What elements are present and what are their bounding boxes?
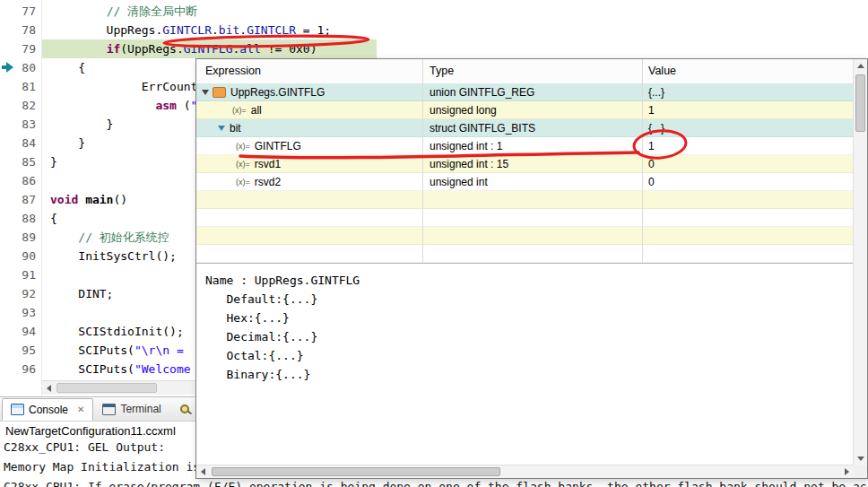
scrollbar-thumb[interactable] bbox=[212, 467, 500, 476]
code-line-94[interactable]: SCIStdioInit(); bbox=[50, 322, 184, 341]
code-line-88[interactable]: { bbox=[50, 209, 57, 228]
expression-type: unsigned int : 15 bbox=[430, 158, 508, 170]
scrollbar-thumb[interactable] bbox=[56, 383, 157, 393]
tab-console[interactable]: Console✕ bbox=[2, 398, 93, 421]
code-line-96[interactable]: SCIPuts("Welcome bbox=[50, 360, 191, 378]
detail-line: Binary:{...} bbox=[205, 365, 854, 384]
scroll-left-button[interactable] bbox=[41, 381, 56, 395]
code-token: "Welcome bbox=[135, 362, 191, 376]
line-number[interactable]: 91 bbox=[0, 265, 36, 284]
code-line-77[interactable]: // 清除全局中断 bbox=[50, 2, 197, 21]
expression-name: all bbox=[251, 104, 262, 117]
code-token: } bbox=[50, 136, 85, 150]
line-number[interactable]: 83 bbox=[0, 115, 36, 134]
line-number[interactable]: 94 bbox=[0, 322, 36, 341]
code-token: asm bbox=[155, 99, 176, 112]
code-line-87[interactable]: void main() bbox=[50, 190, 127, 209]
detail-line: Default:{...} bbox=[205, 290, 854, 309]
popup-vertical-scrollbar[interactable] bbox=[853, 59, 867, 465]
code-token: UppRegs. bbox=[50, 23, 162, 37]
line-number[interactable]: 96 bbox=[0, 360, 36, 378]
console-output-line: C28xx_CPU1: If erase/program (F/E) opera… bbox=[4, 480, 868, 487]
line-number[interactable]: 92 bbox=[0, 284, 36, 303]
expression-row-uppregs-gintflg[interactable]: UppRegs.GINTFLGunion GINTFLG_REG{...} bbox=[196, 83, 854, 101]
expressions-table[interactable]: UppRegs.GINTFLGunion GINTFLG_REG{...}(x)… bbox=[196, 83, 854, 263]
line-number[interactable]: 84 bbox=[0, 134, 36, 152]
code-token: } bbox=[50, 155, 57, 169]
close-icon[interactable]: ✕ bbox=[77, 404, 84, 414]
expression-row-gintflg[interactable]: (x)=GINTFLGunsigned int : 11 bbox=[196, 137, 854, 155]
column-header-value: Value bbox=[648, 59, 676, 83]
line-number[interactable]: 86 bbox=[0, 171, 36, 190]
scroll-up-button[interactable] bbox=[854, 59, 867, 73]
variable-icon: (x)= bbox=[232, 106, 247, 115]
line-number[interactable]: 85 bbox=[0, 152, 36, 171]
line-number[interactable]: 89 bbox=[0, 228, 36, 247]
code-line-83[interactable]: } bbox=[50, 115, 113, 134]
expression-type: struct GINTFLG_BITS bbox=[430, 122, 535, 135]
expression-row-rsvd2[interactable]: (x)=rsvd2unsigned int0 bbox=[196, 173, 854, 191]
code-token: SCIPuts( bbox=[50, 344, 135, 357]
expression-value: 0 bbox=[648, 176, 655, 188]
line-number[interactable]: 93 bbox=[0, 303, 36, 322]
expression-row-rsvd1[interactable]: (x)=rsvd1unsigned int : 150 bbox=[196, 155, 854, 173]
expression-name: bit bbox=[230, 122, 241, 135]
code-line-85[interactable]: } bbox=[50, 152, 57, 171]
scroll-down-button[interactable] bbox=[854, 452, 867, 465]
code-token bbox=[50, 4, 107, 18]
expression-type: unsigned int bbox=[430, 176, 488, 188]
code-line-90[interactable]: InitSysCtrl(); bbox=[50, 247, 177, 265]
code-line-92[interactable]: DINT; bbox=[50, 284, 113, 303]
code-token: != 0x0) bbox=[261, 42, 317, 56]
code-line-81[interactable]: ErrCount bbox=[50, 77, 197, 96]
console-target-config-label: NewTargetConfiguration11.ccxml bbox=[5, 424, 176, 438]
code-token: ( bbox=[177, 99, 191, 112]
expand-arrow-icon[interactable] bbox=[218, 126, 225, 131]
code-token: . bbox=[239, 23, 247, 37]
expressions-table-header: Expression Type Value bbox=[196, 59, 854, 84]
code-token: SCIPuts( bbox=[50, 362, 135, 376]
code-token: { bbox=[50, 212, 57, 225]
line-number[interactable]: 95 bbox=[0, 341, 36, 360]
detail-line: Hex:{...} bbox=[205, 309, 854, 327]
line-number[interactable]: 88 bbox=[0, 209, 36, 228]
popup-horizontal-scrollbar[interactable] bbox=[196, 465, 854, 478]
detail-line: Decimal:{...} bbox=[205, 327, 854, 346]
code-line-79[interactable]: if(UppRegs.GINTFLG.all != 0x0) bbox=[50, 39, 317, 58]
code-line-82[interactable]: asm (" bbox=[50, 96, 197, 115]
scrollbar-corner bbox=[854, 465, 867, 478]
variable-icon: (x)= bbox=[236, 142, 250, 151]
code-token: (UppRegs. bbox=[120, 42, 183, 56]
scroll-left-button[interactable] bbox=[196, 465, 210, 478]
line-number[interactable]: 90 bbox=[0, 247, 36, 265]
variable-icon: (x)= bbox=[236, 178, 250, 187]
code-token: SCIStdioInit(); bbox=[50, 325, 184, 338]
expression-name: UppRegs.GINTFLG bbox=[230, 86, 325, 99]
variable-icon: (x)= bbox=[236, 160, 250, 169]
line-number[interactable]: 87 bbox=[0, 190, 36, 209]
scroll-right-button[interactable] bbox=[840, 465, 854, 478]
line-number[interactable]: 82 bbox=[0, 96, 36, 115]
line-number[interactable]: 78 bbox=[0, 21, 36, 39]
tab-terminal[interactable]: Terminal bbox=[93, 397, 169, 421]
line-number[interactable]: 77 bbox=[0, 2, 36, 21]
code-token: main bbox=[85, 193, 113, 206]
empty-row bbox=[196, 209, 854, 227]
line-number[interactable]: 81 bbox=[0, 77, 36, 96]
code-line-80[interactable]: { bbox=[50, 58, 85, 77]
expression-name: rsvd2 bbox=[255, 176, 281, 188]
line-number[interactable]: 79 bbox=[0, 39, 36, 58]
expression-value: 1 bbox=[648, 140, 655, 152]
expression-row-bit[interactable]: bitstruct GINTFLG_BITS{...} bbox=[196, 119, 854, 137]
code-token: () bbox=[113, 193, 127, 206]
scrollbar-thumb[interactable] bbox=[855, 74, 865, 132]
code-line-95[interactable]: SCIPuts("\r\n = bbox=[50, 341, 184, 360]
empty-row bbox=[196, 245, 854, 263]
expand-arrow-icon[interactable] bbox=[202, 90, 209, 95]
code-line-89[interactable]: // 初始化系统控 bbox=[50, 228, 169, 247]
expression-row-all[interactable]: (x)=allunsigned long1 bbox=[196, 101, 854, 119]
column-divider bbox=[642, 59, 643, 263]
code-line-78[interactable]: UppRegs.GINTCLR.bit.GINTCLR = 1; bbox=[50, 21, 331, 39]
code-line-84[interactable]: } bbox=[50, 134, 85, 152]
ccs-ide-window: 7778798081828384858687888990919293949596… bbox=[0, 0, 868, 487]
